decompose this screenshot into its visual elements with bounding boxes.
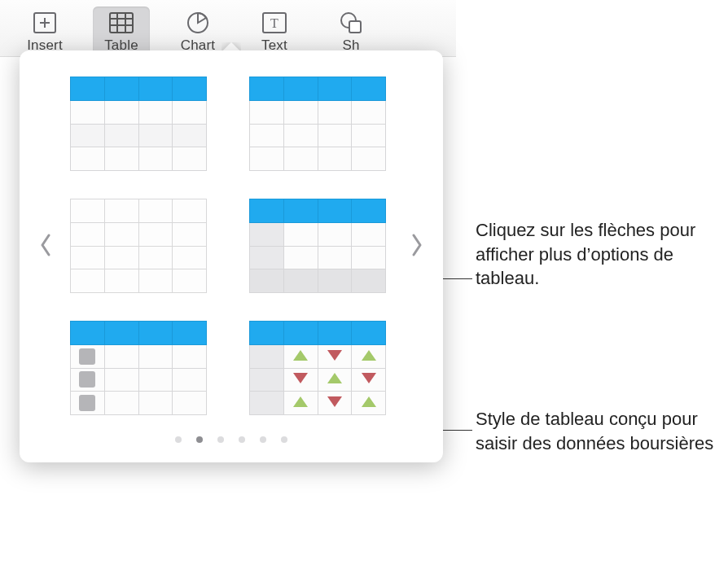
chart-icon	[185, 10, 211, 36]
table-style-2[interactable]	[249, 77, 386, 171]
gray-square-icon	[79, 371, 95, 388]
table-style-6-stock[interactable]	[249, 321, 386, 415]
table-style-1[interactable]	[70, 77, 207, 171]
text-icon: T	[261, 10, 287, 36]
toolbar-button-table[interactable]: Table	[93, 7, 150, 57]
table-icon	[108, 10, 134, 36]
svg-rect-12	[349, 21, 361, 33]
toolbar-button-shape[interactable]: Sh	[322, 7, 379, 57]
table-style-3[interactable]	[70, 199, 207, 293]
popover-panel	[20, 50, 443, 462]
gray-square-icon	[79, 348, 95, 365]
gray-square-icon	[79, 395, 95, 411]
page-indicator	[36, 436, 427, 443]
toolbar-button-insert[interactable]: Insert	[16, 7, 73, 57]
svg-rect-3	[110, 13, 133, 33]
toolbar-button-text[interactable]: T Text	[246, 7, 303, 57]
popover-body	[36, 77, 427, 415]
table-style-1-preview	[70, 77, 207, 171]
toolbar-button-chart[interactable]: Chart	[169, 7, 226, 57]
stock-down-icon	[293, 373, 308, 383]
table-style-5-preview	[70, 321, 207, 415]
stock-down-icon	[362, 373, 376, 383]
page-dot-4[interactable]	[239, 436, 245, 443]
stock-up-icon	[293, 396, 308, 407]
stock-up-icon	[327, 373, 342, 383]
table-style-4[interactable]	[249, 199, 386, 293]
next-page-arrow[interactable]	[407, 221, 427, 270]
callout-text-arrows: Cliquez sur les flèches pour afficher pl…	[476, 218, 720, 291]
shape-icon	[338, 10, 364, 36]
prev-page-arrow[interactable]	[36, 221, 55, 270]
stock-up-icon	[362, 396, 376, 407]
page-dot-3[interactable]	[217, 436, 224, 443]
table-style-5[interactable]	[70, 321, 207, 415]
chevron-left-icon	[39, 234, 52, 259]
insert-icon	[32, 10, 58, 36]
page-dot-6[interactable]	[281, 436, 287, 443]
callout-text-stock: Style de tableau conçu pour saisir des d…	[476, 407, 720, 455]
table-style-6-preview	[249, 321, 386, 415]
table-styles-popover	[20, 50, 443, 462]
table-style-4-preview	[249, 199, 386, 293]
stock-up-icon	[362, 350, 376, 361]
svg-text:T: T	[270, 16, 278, 30]
table-style-3-preview	[70, 199, 207, 293]
stock-down-icon	[327, 396, 342, 407]
page-dot-5[interactable]	[260, 436, 266, 443]
stock-up-icon	[293, 350, 308, 361]
table-style-grid	[60, 77, 402, 415]
toolbar-clip-mask	[456, 0, 728, 57]
chevron-right-icon	[410, 234, 423, 259]
table-style-2-preview	[249, 77, 386, 171]
stock-down-icon	[327, 350, 342, 361]
page-dot-2[interactable]	[196, 436, 203, 443]
page-dot-1[interactable]	[175, 436, 182, 443]
